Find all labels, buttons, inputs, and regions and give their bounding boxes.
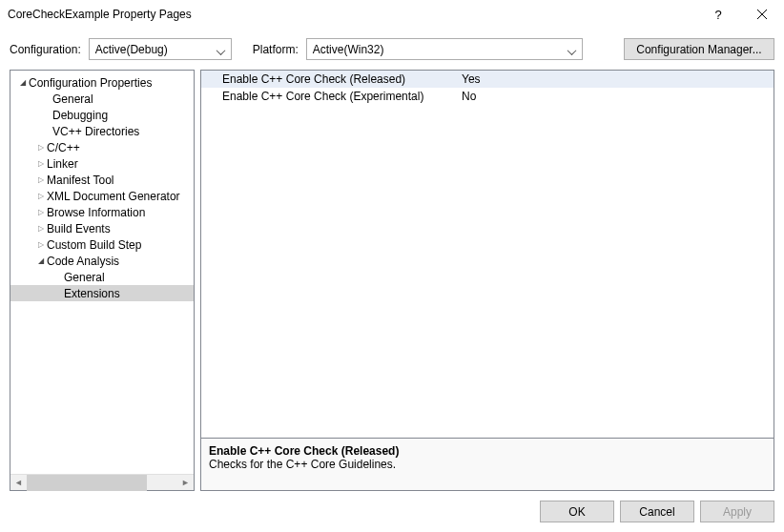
- expander-closed-icon[interactable]: [34, 192, 47, 200]
- scroll-track[interactable]: [27, 475, 177, 491]
- tree-item-xml-docgen[interactable]: XML Document Generator: [10, 188, 194, 204]
- expander-closed-icon[interactable]: [34, 143, 47, 152]
- window-title: CoreCheckExample Property Pages: [8, 8, 696, 21]
- description-title: Enable C++ Core Check (Released): [209, 444, 766, 458]
- scroll-thumb[interactable]: [27, 475, 147, 491]
- tree-item-ca-general[interactable]: General: [10, 269, 194, 285]
- help-button[interactable]: ?: [696, 0, 740, 29]
- apply-button[interactable]: Apply: [700, 501, 774, 522]
- configuration-manager-button[interactable]: Configuration Manager...: [624, 38, 774, 60]
- ok-button[interactable]: OK: [540, 501, 614, 522]
- configuration-label: Configuration:: [10, 43, 81, 56]
- content-area: Configuration Properties General Debuggi…: [0, 70, 784, 495]
- tree-item-general[interactable]: General: [10, 91, 194, 107]
- platform-dropdown[interactable]: Active(Win32): [306, 38, 583, 60]
- property-value[interactable]: No: [456, 90, 476, 103]
- expander-closed-icon[interactable]: [34, 175, 47, 184]
- configuration-value: Active(Debug): [95, 43, 168, 56]
- property-name: Enable C++ Core Check (Experimental): [201, 90, 456, 103]
- expander-closed-icon[interactable]: [34, 224, 47, 233]
- close-button[interactable]: [740, 0, 784, 29]
- expander-open-icon[interactable]: [34, 256, 47, 265]
- tree-root[interactable]: Configuration Properties: [10, 74, 194, 91]
- expander-closed-icon[interactable]: [34, 159, 47, 168]
- platform-label: Platform:: [253, 43, 299, 56]
- expander-open-icon[interactable]: [16, 78, 29, 87]
- description-text: Checks for the C++ Core Guidelines.: [209, 458, 766, 471]
- scroll-right-icon[interactable]: ►: [177, 475, 194, 491]
- tree-item-vcdirectories[interactable]: VC++ Directories: [10, 123, 194, 139]
- tree-item-ca-extensions[interactable]: Extensions: [10, 285, 194, 301]
- scroll-left-icon[interactable]: ◄: [10, 475, 27, 491]
- expander-closed-icon[interactable]: [34, 240, 47, 249]
- tree-item-debugging[interactable]: Debugging: [10, 107, 194, 123]
- right-panel: Enable C++ Core Check (Released) Yes Ena…: [200, 70, 774, 491]
- config-row: Configuration: Active(Debug) Platform: A…: [0, 29, 784, 70]
- cancel-button[interactable]: Cancel: [620, 501, 694, 522]
- tree-item-custombuild[interactable]: Custom Build Step: [10, 236, 194, 253]
- platform-value: Active(Win32): [313, 43, 384, 56]
- title-bar: CoreCheckExample Property Pages ?: [0, 0, 784, 29]
- property-row[interactable]: Enable C++ Core Check (Experimental) No: [201, 88, 774, 105]
- configuration-dropdown[interactable]: Active(Debug): [89, 38, 232, 60]
- property-name: Enable C++ Core Check (Released): [201, 72, 456, 86]
- chevron-down-icon: [217, 45, 227, 54]
- property-grid: Enable C++ Core Check (Released) Yes Ena…: [200, 70, 774, 439]
- tree-scrollbar-horizontal[interactable]: ◄ ►: [10, 474, 194, 490]
- description-panel: Enable C++ Core Check (Released) Checks …: [200, 439, 774, 491]
- tree-panel: Configuration Properties General Debuggi…: [10, 70, 195, 491]
- dialog-buttons: OK Cancel Apply: [0, 495, 784, 532]
- tree-item-buildevents[interactable]: Build Events: [10, 220, 194, 236]
- property-row[interactable]: Enable C++ Core Check (Released) Yes: [201, 71, 774, 88]
- tree-item-linker[interactable]: Linker: [10, 155, 194, 172]
- tree[interactable]: Configuration Properties General Debuggi…: [10, 71, 194, 474]
- tree-item-browseinfo[interactable]: Browse Information: [10, 204, 194, 220]
- tree-item-manifest[interactable]: Manifest Tool: [10, 172, 194, 188]
- chevron-down-icon: [568, 45, 578, 54]
- tree-item-ccpp[interactable]: C/C++: [10, 139, 194, 155]
- property-value[interactable]: Yes: [456, 72, 481, 86]
- tree-item-codeanalysis[interactable]: Code Analysis: [10, 253, 194, 269]
- close-icon: [757, 10, 767, 19]
- expander-closed-icon[interactable]: [34, 208, 47, 216]
